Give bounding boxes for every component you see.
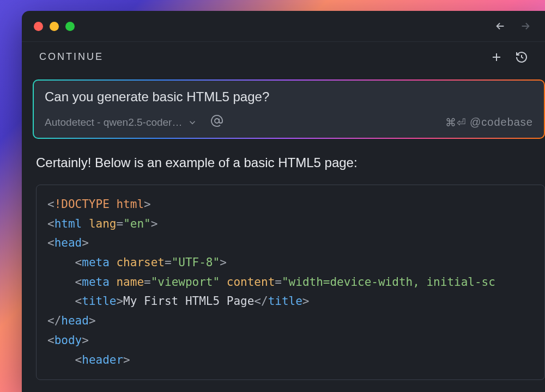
chat-input-controls: Autodetect - qwen2.5-coder… ⌘⏎ @codebase — [45, 114, 533, 130]
history-button[interactable] — [513, 49, 530, 65]
minimize-window-button[interactable] — [50, 22, 59, 31]
arrow-right-icon — [519, 20, 531, 32]
model-selector-label: Autodetect - qwen2.5-coder… — [45, 117, 182, 128]
panel-tab-label[interactable]: CONTINUE — [39, 51, 104, 63]
response-intro-text: Certainly! Below is an example of a basi… — [36, 155, 545, 170]
traffic-lights — [34, 22, 75, 31]
maximize-window-button[interactable] — [65, 22, 75, 31]
svg-point-0 — [215, 119, 219, 123]
forward-button[interactable] — [518, 19, 533, 34]
chat-input[interactable]: Can you generate basic HTML5 page? — [45, 89, 533, 105]
model-selector[interactable]: Autodetect - qwen2.5-coder… — [45, 117, 197, 128]
assistant-response: Certainly! Below is an example of a basi… — [33, 139, 545, 380]
mention-button[interactable] — [210, 114, 223, 130]
back-button[interactable] — [493, 19, 508, 34]
plus-icon — [490, 51, 503, 64]
app-window: CONTINUE Can you generate basic HTML5 pa… — [22, 11, 545, 392]
chat-content: Can you generate basic HTML5 page? Autod… — [22, 72, 545, 380]
chevron-down-icon — [187, 118, 197, 127]
arrow-left-icon — [494, 20, 506, 32]
submit-shortcut-hint: ⌘⏎ @codebase — [445, 116, 533, 129]
titlebar — [22, 11, 545, 41]
at-sign-icon — [210, 114, 223, 127]
panel-toolbar: CONTINUE — [22, 41, 545, 72]
chat-input-container: Can you generate basic HTML5 page? Autod… — [33, 79, 545, 139]
close-window-button[interactable] — [34, 22, 43, 31]
history-icon — [515, 51, 528, 64]
code-block: <!DOCTYPE html> <html lang="en"> <head> … — [36, 185, 545, 380]
new-session-button[interactable] — [488, 49, 505, 65]
